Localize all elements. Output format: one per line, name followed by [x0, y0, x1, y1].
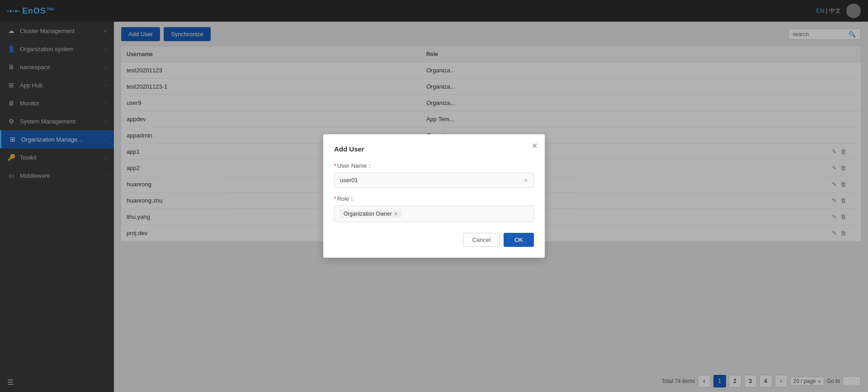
- ok-button[interactable]: OK: [504, 233, 534, 247]
- role-tag-value: Organization Owner: [344, 211, 392, 217]
- username-clear-icon[interactable]: ✕: [524, 177, 528, 184]
- role-tag-remove-icon[interactable]: ✕: [394, 211, 398, 217]
- username-label: * User Name：: [334, 162, 534, 170]
- role-tag: Organization Owner ✕: [340, 210, 401, 218]
- modal-title: Add User: [334, 145, 534, 153]
- modal-close-button[interactable]: ✕: [532, 142, 538, 150]
- username-value: user01: [340, 177, 358, 184]
- cancel-button[interactable]: Cancel: [463, 233, 500, 247]
- role-input[interactable]: Organization Owner ✕: [334, 206, 534, 222]
- role-field: * Role： Organization Owner ✕: [334, 195, 534, 222]
- username-input[interactable]: user01 ✕: [334, 173, 534, 188]
- role-label: * Role：: [334, 195, 534, 203]
- username-field: * User Name： user01 ✕: [334, 162, 534, 188]
- add-user-modal: Add User ✕ * User Name： user01 ✕ * Role：…: [323, 134, 545, 258]
- required-star: *: [334, 163, 336, 169]
- modal-overlay: Add User ✕ * User Name： user01 ✕ * Role：…: [0, 0, 868, 392]
- required-star-2: *: [334, 196, 336, 202]
- modal-footer: Cancel OK: [334, 233, 534, 247]
